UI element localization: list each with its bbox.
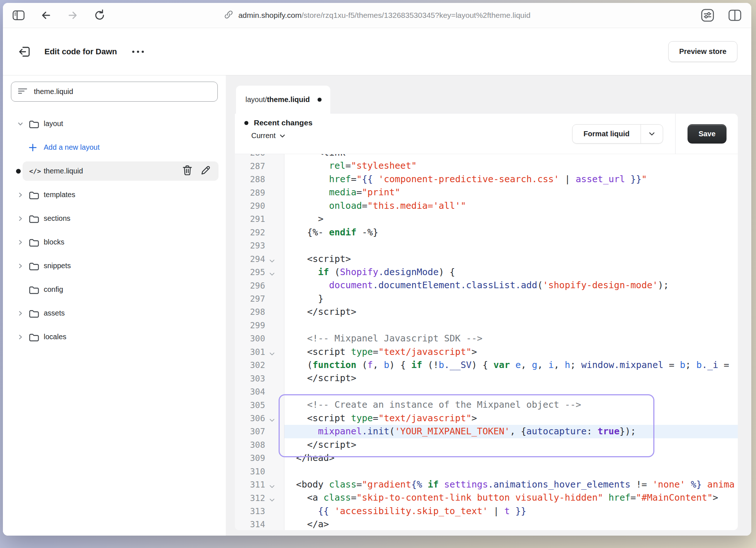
code-line-290[interactable]: onload="this.media='all'" [284,199,738,212]
preview-store-button[interactable]: Preview store [668,41,737,62]
version-dropdown[interactable]: Current [251,132,312,140]
format-options-chevron[interactable] [641,125,663,143]
sidebar-item-theme-liquid[interactable]: </>theme.liquid [3,159,226,183]
code-line-308[interactable]: </script> [284,438,738,451]
exit-editor-icon[interactable] [17,44,32,59]
tab-theme-liquid[interactable]: layout/theme.liquid [236,86,330,114]
code-line-302[interactable]: (function (f, b) { if (!b.__SV) { var e,… [284,359,738,372]
folder-label: config [44,285,63,294]
format-liquid-button[interactable]: Format liquid [572,124,663,144]
chevron-right-icon[interactable] [17,310,28,316]
code-line-314[interactable]: </a> [284,518,738,530]
split-view-icon[interactable] [728,9,742,21]
sidebar-item-sections[interactable]: sections [3,207,226,230]
chevron-right-icon[interactable] [17,216,28,222]
delete-file-icon[interactable] [182,165,193,177]
code-line-294[interactable]: <script> [284,253,738,266]
line-number-293: 293 [235,239,284,252]
line-number-304: 304 [235,385,284,398]
code-line-309[interactable]: </head> [284,451,738,465]
code-line-313[interactable]: {{ 'accessibility.skip_to_text' | t }} [284,505,738,518]
code-line-300[interactable]: <!-- Mixpanel Javascript SDK --> [284,332,738,345]
code-line-303[interactable]: </script> [284,372,738,385]
folder-icon [28,309,44,318]
fold-toggle-icon[interactable] [269,494,275,504]
sidebar-item-templates[interactable]: templates [3,183,226,207]
fold-toggle-icon[interactable] [269,414,275,424]
code-pane[interactable]: <link rel="stylesheet" href="{{ 'compone… [284,154,738,530]
gutter-lines: 2862872882892902912922932942952962972982… [235,154,284,530]
editor-area: layout/theme.liquid Recent changes Curre… [226,75,751,536]
reload-icon[interactable] [94,9,106,21]
line-number-312: 312 [235,491,284,504]
line-number-289: 289 [235,186,284,199]
code-line-299[interactable] [284,319,738,332]
back-icon[interactable] [40,9,52,21]
code-file-icon: </> [29,167,44,175]
more-actions-icon[interactable] [132,51,144,53]
code-line-301[interactable]: <script type="text/javascript"> [284,345,738,359]
add-layout-label: Add a new layout [44,143,99,152]
line-number-298: 298 [235,305,284,318]
chevron-down-icon[interactable] [17,121,28,127]
line-number-308: 308 [235,438,284,451]
code-line-295[interactable]: if (Shopify.designMode) { [284,266,738,279]
line-number-307: 307 [235,425,284,438]
editor-header: Recent changes Current Format liquid [235,114,738,154]
code-line-293[interactable] [284,239,738,252]
sidebar-item-locales[interactable]: locales [3,325,226,349]
url-text: admin.shopify.com/store/rzq1xu-f5/themes… [238,11,530,20]
sidebar-item-snippets[interactable]: snippets [3,254,226,278]
fold-toggle-icon[interactable] [269,348,275,357]
sidebar-item-config[interactable]: config [3,278,226,301]
code-editor[interactable]: 2862872882892902912922932942952962972982… [235,154,738,530]
code-line-306[interactable]: <script type="text/javascript"> [284,412,738,425]
chevron-right-icon[interactable] [17,192,28,198]
code-line-307[interactable]: mixpanel.init('YOUR_MIXPANEL_TOKEN', {au… [284,425,738,438]
sidebar-item-layout[interactable]: layout [3,112,226,136]
code-line-305[interactable]: <!-- Create an instance of the Mixpanel … [284,398,738,411]
save-button[interactable]: Save [688,124,727,144]
fold-toggle-icon[interactable] [269,481,275,490]
add-new-layout-link[interactable]: Add a new layout [3,136,226,159]
code-line-296[interactable]: document.documentElement.classList.add('… [284,279,738,292]
code-line-312[interactable]: <a class="skip-to-content-link button vi… [284,491,738,504]
extensions-icon[interactable] [700,8,715,23]
code-line-297[interactable]: } [284,292,738,305]
folder-label: snippets [44,262,71,270]
search-input[interactable] [33,87,211,96]
code-line-289[interactable]: media="print" [284,186,738,199]
plus-icon [28,143,44,152]
address-bar[interactable]: admin.shopify.com/store/rzq1xu-f5/themes… [224,3,530,28]
version-label: Current [251,132,276,140]
sidebar-item-blocks[interactable]: blocks [3,230,226,254]
rename-file-icon[interactable] [200,165,211,177]
line-number-286: 286 [235,154,284,159]
file-search[interactable] [11,82,218,102]
code-line-311[interactable]: <body class="gradient{% if settings.anim… [284,478,738,491]
folder-icon [28,285,44,294]
code-line-310[interactable] [284,465,738,478]
line-number-295: 295 [235,266,284,279]
sidebar-item-assets[interactable]: assets [3,301,226,325]
chevron-right-icon[interactable] [17,334,28,340]
header-divider [675,114,676,154]
line-number-303: 303 [235,372,284,385]
sidebar-toggle-icon[interactable] [12,10,25,21]
chevron-right-icon[interactable] [17,239,28,245]
folder-icon [28,119,44,129]
fold-toggle-icon[interactable] [269,255,275,265]
code-line-286[interactable]: <link [284,154,738,159]
link-icon [224,10,233,21]
forward-icon[interactable] [67,9,79,21]
folder-icon [28,190,44,200]
chevron-right-icon[interactable] [17,263,28,269]
folder-label: blocks [44,238,64,246]
code-line-292[interactable]: {%- endif -%} [284,226,738,239]
code-line-291[interactable]: > [284,212,738,226]
code-line-298[interactable]: </script> [284,305,738,318]
fold-toggle-icon[interactable] [269,268,275,278]
code-line-287[interactable]: rel="stylesheet" [284,159,738,172]
code-line-288[interactable]: href="{{ 'component-predictive-search.cs… [284,173,738,186]
code-line-304[interactable] [284,385,738,398]
